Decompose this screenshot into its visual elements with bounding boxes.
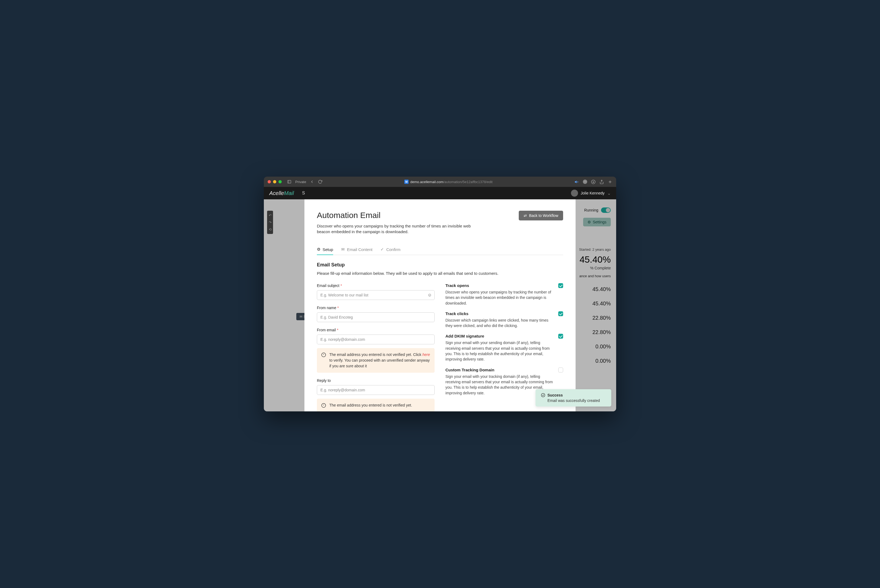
close-window[interactable] xyxy=(267,180,271,183)
tab-setup[interactable]: ⚙ Setup xyxy=(317,244,333,255)
track-clicks-checkbox[interactable] xyxy=(558,311,563,316)
dkim-desc: Sign your email with your sending domain… xyxy=(445,340,554,362)
track-opens-item: Track opens Discover who opens your camp… xyxy=(445,283,563,306)
modal-title: Automation Email xyxy=(317,211,485,220)
sidebar-icon[interactable] xyxy=(287,180,291,184)
browser-window: Private M demo.acellemail.com/automation… xyxy=(264,177,616,411)
from-name-input[interactable] xyxy=(317,312,435,322)
browser-titlebar: Private M demo.acellemail.com/automation… xyxy=(264,177,616,187)
check-circle-icon xyxy=(541,393,545,398)
tab-confirm[interactable]: ✓ Confirm xyxy=(380,244,401,255)
emoji-icon[interactable]: ☺ xyxy=(428,292,432,297)
avatar[interactable] xyxy=(571,190,578,196)
share-icon[interactable] xyxy=(599,180,604,184)
from-email-alert: The email address you entered is not ver… xyxy=(317,348,435,373)
check-icon: ✓ xyxy=(380,247,384,252)
svg-point-13 xyxy=(541,393,545,397)
track-opens-desc: Discover who opens your campaigns by tra… xyxy=(445,290,554,306)
chevron-down-icon[interactable]: ⌄ xyxy=(607,190,611,196)
dkim-title: Add DKIM signature xyxy=(445,334,554,338)
automation-email-modal: Automation Email Discover who opens your… xyxy=(305,200,575,411)
traffic-lights xyxy=(267,180,282,183)
verify-here-link[interactable]: here xyxy=(422,352,430,357)
gear-icon: ⚙ xyxy=(317,247,320,252)
modal-subtitle: Discover who opens your campaigns by tra… xyxy=(317,223,485,234)
mail-icon: ✉ xyxy=(341,247,345,252)
email-subject-input[interactable] xyxy=(317,290,435,300)
toast-message: Email was successfully created xyxy=(547,398,606,403)
form-left-column: Email subject * ☺ From name * xyxy=(317,283,435,411)
svg-rect-0 xyxy=(288,180,291,183)
download-icon[interactable] xyxy=(591,180,596,184)
from-email-input[interactable] xyxy=(317,334,435,344)
custom-tracking-title: Custom Tracking Domain xyxy=(445,368,554,372)
back-icon[interactable] xyxy=(310,180,314,184)
tabs: ⚙ Setup ✉ Email Content ✓ Confirm xyxy=(317,244,563,255)
maximize-window[interactable] xyxy=(278,180,282,183)
track-opens-checkbox[interactable] xyxy=(558,283,563,288)
track-clicks-title: Track clicks xyxy=(445,311,554,316)
email-subject-label: Email subject * xyxy=(317,284,342,288)
section-desc: Please fill-up email information below. … xyxy=(317,271,563,276)
success-toast: Success Email was successfully created xyxy=(536,389,611,406)
reply-to-alert: The email address you entered is not ver… xyxy=(317,399,435,411)
from-email-label: From email * xyxy=(317,328,338,332)
track-clicks-item: Track clicks Discover which campaign lin… xyxy=(445,311,563,328)
from-name-label: From name * xyxy=(317,306,339,310)
private-label: Private xyxy=(295,180,306,184)
titlebar-right: ⋯ xyxy=(575,180,613,184)
url-bar[interactable]: M demo.acellemail.com/automation/5e12aff… xyxy=(324,180,572,184)
minimize-window[interactable] xyxy=(273,180,276,183)
app-header: AcelleMail S Jolie Kennedy ⌄ xyxy=(264,187,616,200)
back-to-workflow-button[interactable]: ⇄Back to Workflow xyxy=(519,211,563,220)
track-opens-title: Track opens xyxy=(445,283,554,288)
reply-to-label: Reply to xyxy=(317,378,331,383)
section-title: Email Setup xyxy=(317,262,563,268)
reload-icon[interactable] xyxy=(318,180,322,184)
reply-to-input[interactable] xyxy=(317,385,435,395)
ellipsis-icon[interactable]: ⋯ xyxy=(583,180,587,184)
new-tab-icon[interactable] xyxy=(608,180,613,184)
app-logo[interactable]: AcelleMail xyxy=(269,190,294,196)
dkim-item: Add DKIM signature Sign your email with … xyxy=(445,334,563,362)
audio-icon[interactable] xyxy=(575,180,579,184)
tab-email-content[interactable]: ✉ Email Content xyxy=(341,244,372,255)
content-area: ↶ ↷ ⟲ ✉ S Running ⚙Settings Started: 2 y… xyxy=(264,200,616,411)
custom-tracking-checkbox[interactable] xyxy=(558,368,563,372)
dkim-checkbox[interactable] xyxy=(558,334,563,339)
warning-icon xyxy=(321,352,326,357)
username[interactable]: Jolie Kennedy xyxy=(581,191,605,195)
warning-icon xyxy=(321,403,326,408)
track-clicks-desc: Discover which campaign links were click… xyxy=(445,318,554,328)
browser-nav: Private xyxy=(287,180,322,184)
favicon-icon: M xyxy=(404,180,408,184)
